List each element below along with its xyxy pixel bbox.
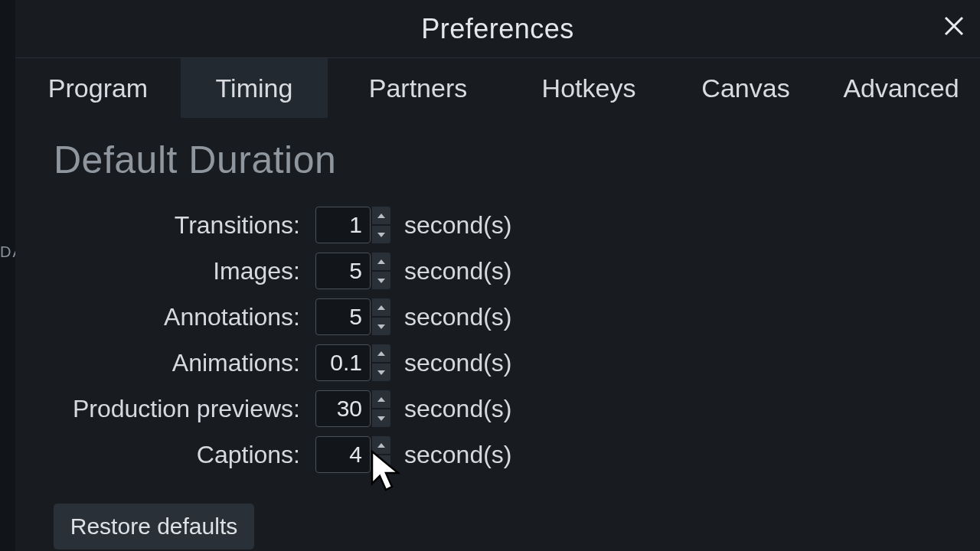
svg-marker-9	[377, 370, 385, 375]
stepper-up-annotations[interactable]	[372, 298, 390, 316]
chevron-down-icon	[377, 324, 386, 330]
tabs: Program Timing Partners Hotkeys Canvas A…	[15, 58, 980, 118]
chevron-down-icon	[377, 278, 386, 284]
svg-marker-11	[377, 416, 385, 421]
stepper-down-annotations[interactable]	[372, 318, 390, 335]
svg-marker-10	[377, 397, 385, 402]
row-animations: Animations: second(s)	[54, 344, 942, 381]
close-button[interactable]	[939, 11, 969, 41]
preferences-dialog: Preferences Program Timing Partners Hotk…	[15, 0, 980, 551]
row-images: Images: second(s)	[54, 253, 942, 289]
restore-defaults-button[interactable]: Restore defaults	[54, 504, 254, 549]
stepper-down-production-previews[interactable]	[372, 409, 390, 427]
label-transitions: Transitions:	[54, 211, 315, 240]
svg-marker-13	[377, 462, 385, 467]
unit-transitions: second(s)	[404, 211, 512, 240]
row-annotations: Annotations: second(s)	[54, 298, 942, 335]
tab-partners[interactable]: Partners	[328, 58, 508, 118]
unit-animations: second(s)	[404, 349, 512, 377]
input-production-previews[interactable]	[315, 390, 371, 427]
row-captions: Captions: second(s)	[54, 436, 942, 473]
svg-marker-8	[377, 351, 385, 356]
backdrop-strip: DA	[0, 0, 15, 551]
stepper-up-transitions[interactable]	[372, 207, 390, 224]
tab-program[interactable]: Program	[15, 58, 181, 118]
svg-marker-12	[377, 443, 385, 448]
stepper-up-production-previews[interactable]	[372, 390, 390, 408]
row-production-previews: Production previews: second(s)	[54, 390, 942, 427]
svg-marker-5	[377, 279, 385, 283]
input-transitions[interactable]	[315, 207, 371, 243]
input-images[interactable]	[315, 253, 371, 289]
duration-form: Transitions: second(s) Images:	[54, 207, 942, 473]
stepper-arrows-images	[372, 253, 390, 289]
tab-hotkeys[interactable]: Hotkeys	[508, 58, 669, 118]
section-heading: Default Duration	[54, 138, 942, 182]
label-annotations: Annotations:	[54, 303, 315, 331]
svg-marker-4	[377, 259, 385, 264]
stepper-arrows-captions	[372, 436, 390, 473]
unit-production-previews: second(s)	[404, 395, 512, 423]
tab-canvas[interactable]: Canvas	[669, 58, 822, 118]
stepper-arrows-annotations	[372, 298, 390, 335]
titlebar: Preferences	[15, 0, 980, 58]
chevron-up-icon	[377, 350, 386, 357]
chevron-down-icon	[377, 416, 386, 422]
stepper-arrows-transitions	[372, 207, 390, 243]
dialog-title: Preferences	[421, 13, 574, 45]
chevron-down-icon	[377, 461, 386, 468]
label-animations: Animations:	[54, 349, 315, 377]
input-captions[interactable]	[315, 436, 371, 473]
stepper-transitions	[315, 207, 390, 243]
svg-marker-7	[377, 324, 385, 329]
unit-annotations: second(s)	[404, 303, 512, 331]
label-images: Images:	[54, 257, 315, 285]
close-icon	[942, 15, 965, 37]
stepper-production-previews	[315, 390, 390, 427]
svg-marker-6	[377, 305, 385, 310]
row-transitions: Transitions: second(s)	[54, 207, 942, 243]
chevron-up-icon	[377, 305, 386, 311]
stepper-down-captions[interactable]	[372, 455, 390, 473]
svg-marker-3	[377, 233, 385, 237]
svg-marker-2	[377, 214, 385, 218]
input-annotations[interactable]	[315, 298, 371, 335]
stepper-down-images[interactable]	[372, 272, 390, 289]
stepper-up-animations[interactable]	[372, 344, 390, 362]
chevron-up-icon	[377, 442, 386, 448]
unit-captions: second(s)	[404, 441, 512, 469]
chevron-up-icon	[377, 396, 386, 403]
chevron-up-icon	[377, 213, 386, 219]
chevron-up-icon	[377, 259, 386, 265]
stepper-annotations	[315, 298, 390, 335]
stepper-down-transitions[interactable]	[372, 226, 390, 243]
stepper-images	[315, 253, 390, 289]
stepper-animations	[315, 344, 390, 381]
stepper-captions	[315, 436, 390, 473]
stepper-up-images[interactable]	[372, 253, 390, 270]
chevron-down-icon	[377, 232, 386, 238]
content-area: Default Duration Transitions: second(s) …	[15, 118, 980, 549]
tab-timing[interactable]: Timing	[181, 58, 328, 118]
stepper-arrows-production-previews	[372, 390, 390, 427]
stepper-up-captions[interactable]	[372, 436, 390, 454]
chevron-down-icon	[377, 370, 386, 376]
label-captions: Captions:	[54, 441, 315, 469]
tab-advanced[interactable]: Advanced	[822, 58, 980, 118]
input-animations[interactable]	[315, 344, 371, 381]
unit-images: second(s)	[404, 257, 512, 285]
label-production-previews: Production previews:	[54, 395, 315, 423]
stepper-arrows-animations	[372, 344, 390, 381]
stepper-down-animations[interactable]	[372, 364, 390, 381]
